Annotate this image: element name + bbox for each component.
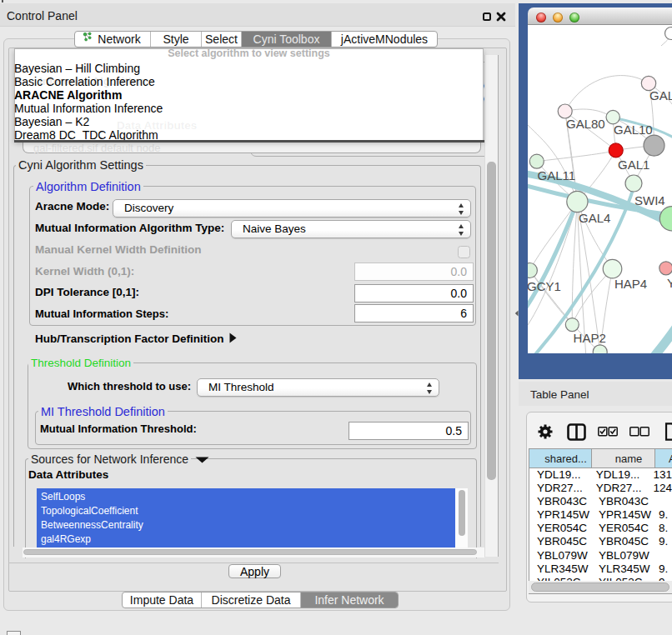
svg-text:GAL1: GAL1 [618, 158, 649, 172]
svg-text:GAL11: GAL11 [538, 168, 576, 182]
svg-text:HAP4: HAP4 [614, 277, 647, 291]
svg-text:GAL7: GAL7 [649, 88, 672, 102]
svg-text:Y: Y [667, 276, 672, 290]
svg-text:GAL10: GAL10 [614, 122, 653, 137]
svg-text:GAL80: GAL80 [566, 117, 605, 131]
svg-text:GAL4: GAL4 [579, 211, 610, 225]
svg-text:HAP2: HAP2 [574, 331, 606, 345]
svg-text:SWI4: SWI4 [634, 193, 665, 208]
svg-text:GCY1: GCY1 [528, 279, 561, 293]
